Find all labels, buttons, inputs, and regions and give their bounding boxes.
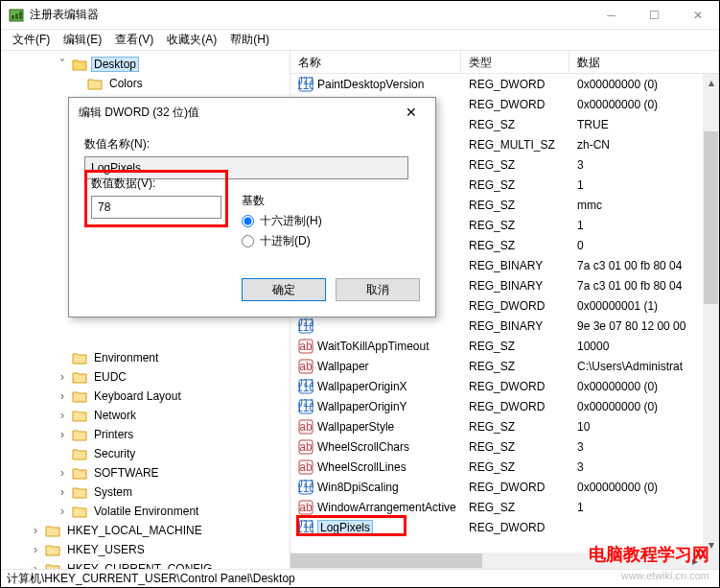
tree-item-eudc[interactable]: ›EUDC	[9, 367, 290, 387]
tree-item-hklm[interactable]: ›HKEY_LOCAL_MACHINE	[9, 521, 290, 540]
watermark-text: 电脑教程学习网	[589, 543, 709, 566]
tree-item-security[interactable]: Security	[9, 444, 290, 463]
header-data[interactable]: 数据	[569, 51, 719, 73]
list-row[interactable]: 011110Win8DpiScalingREG_DWORD0x00000000 …	[290, 477, 719, 497]
tree-item-system[interactable]: ›System	[9, 482, 290, 502]
svg-text:110: 110	[298, 381, 314, 394]
list-row[interactable]: abWindowArrangementActiveREG_SZ1	[290, 497, 719, 517]
list-row[interactable]: abWallpaperREG_SZC:\Users\Administrat	[290, 356, 719, 376]
list-row[interactable]: 011110PaintDesktopVersionREG_DWORD0x0000…	[290, 74, 719, 94]
folder-icon	[45, 524, 60, 537]
folder-icon	[72, 485, 87, 499]
radio-dec-input[interactable]	[242, 235, 254, 247]
expand-icon[interactable]: ›	[30, 562, 41, 569]
list-row[interactable]: 011110WallpaperOriginXREG_DWORD0x0000000…	[290, 376, 719, 396]
tree-item-volatile[interactable]: ›Volatile Environment	[9, 502, 290, 521]
dialog-titlebar[interactable]: 编辑 DWORD (32 位)值 ✕	[69, 98, 435, 127]
header-type[interactable]: 类型	[461, 51, 569, 73]
close-button[interactable]: ✕	[676, 1, 719, 30]
menu-favorites[interactable]: 收藏夹(A)	[161, 30, 222, 50]
scroll-up-icon[interactable]: ▴	[703, 74, 719, 90]
tree-item-env[interactable]: Environment	[9, 348, 290, 367]
maximize-button[interactable]: ☐	[633, 1, 676, 30]
value-data: 0x00000000 (0)	[569, 78, 719, 91]
value-data: 0x00000001 (1)	[569, 299, 719, 313]
tree-item-desktop[interactable]: ˅ Desktop	[9, 55, 290, 74]
value-type: REG_SZ	[461, 460, 569, 474]
list-row[interactable]: 011110REG_BINARY9e 3e 07 80 12 00 00	[290, 316, 719, 336]
scroll-thumb[interactable]	[704, 131, 718, 304]
expand-icon[interactable]: ›	[57, 370, 68, 384]
vertical-scrollbar[interactable]: ▴ ▾	[703, 74, 719, 569]
svg-text:ab: ab	[299, 501, 313, 514]
folder-icon	[87, 77, 103, 90]
svg-text:110: 110	[298, 522, 314, 535]
value-data: 9e 3e 07 80 12 00 00	[569, 319, 719, 333]
value-type: REG_SZ	[461, 440, 569, 454]
folder-icon	[72, 389, 87, 403]
tree-item-hku[interactable]: ›HKEY_USERS	[9, 540, 290, 559]
folder-icon	[72, 428, 87, 441]
menu-edit[interactable]: 编辑(E)	[58, 30, 107, 50]
list-row[interactable]: 011110WallpaperOriginYREG_DWORD0x0000000…	[290, 396, 719, 416]
tree-item-colors[interactable]: Colors	[9, 74, 290, 93]
expand-icon[interactable]: ›	[30, 524, 41, 537]
radio-dec[interactable]: 十进制(D)	[242, 233, 322, 249]
value-data: 1	[569, 178, 719, 192]
list-row[interactable]: abWheelScrollCharsREG_SZ3	[290, 436, 719, 457]
header-name[interactable]: 名称	[290, 51, 461, 73]
collapse-icon[interactable]: ˅	[57, 58, 68, 71]
expand-icon[interactable]: ›	[57, 389, 68, 403]
expand-icon[interactable]: ›	[57, 409, 68, 422]
value-type: REG_DWORD	[461, 521, 569, 534]
radio-hex-input[interactable]	[242, 215, 254, 227]
tree-item-network[interactable]: ›Network	[9, 406, 290, 425]
cancel-button[interactable]: 取消	[336, 278, 420, 301]
svg-text:ab: ab	[299, 460, 313, 474]
value-type: REG_SZ	[461, 158, 569, 172]
list-row[interactable]: abWallpaperStyleREG_SZ10	[290, 416, 719, 436]
tree-item-printers[interactable]: ›Printers	[9, 425, 290, 444]
value-data-input[interactable]	[91, 196, 221, 219]
value-name: WheelScrollLines	[317, 460, 406, 474]
value-name: PaintDesktopVersion	[317, 78, 424, 91]
menu-view[interactable]: 查看(V)	[109, 30, 159, 50]
list-row[interactable]: abWheelScrollLinesREG_SZ3	[290, 457, 719, 477]
folder-icon	[45, 543, 60, 556]
value-type: REG_BINARY	[461, 319, 569, 333]
value-data: 7a c3 01 00 fb 80 04	[569, 279, 719, 293]
folder-icon	[72, 447, 87, 460]
value-name: WallpaperStyle	[317, 420, 394, 434]
expand-icon[interactable]: ›	[57, 505, 68, 518]
expand-icon[interactable]: ›	[57, 466, 68, 480]
value-data: 3	[569, 440, 719, 454]
folder-icon	[72, 351, 87, 365]
ok-button[interactable]: 确定	[242, 278, 326, 301]
value-name: LogPixels	[317, 520, 373, 535]
value-name-label: 数值名称(N):	[84, 136, 420, 153]
radio-hex[interactable]: 十六进制(H)	[242, 213, 322, 229]
folder-icon	[72, 505, 87, 518]
menu-file[interactable]: 文件(F)	[7, 30, 56, 50]
value-type: REG_SZ	[461, 340, 569, 353]
expand-icon[interactable]: ›	[30, 543, 41, 556]
svg-text:ab: ab	[299, 440, 313, 454]
menu-help[interactable]: 帮助(H)	[224, 30, 275, 50]
tree-item-keyboard[interactable]: ›Keyboard Layout	[9, 387, 290, 406]
watermark-url: www.etwiki.cn.com	[621, 570, 709, 581]
svg-text:110: 110	[298, 401, 314, 414]
dialog-close-button[interactable]: ✕	[397, 105, 426, 120]
tree-item-hkcc[interactable]: ›HKEY_CURRENT_CONFIG	[9, 559, 290, 569]
value-type: REG_SZ	[461, 360, 569, 373]
svg-text:110: 110	[298, 320, 314, 334]
minimize-button[interactable]: ─	[590, 1, 633, 30]
app-icon	[9, 8, 24, 23]
list-row[interactable]: 011110LogPixelsREG_DWORD	[290, 517, 719, 537]
dialog-title: 编辑 DWORD (32 位)值	[79, 105, 397, 121]
expand-icon[interactable]: ›	[57, 428, 68, 441]
scroll-thumb-h[interactable]	[290, 553, 482, 568]
tree-item-software[interactable]: ›SOFTWARE	[9, 463, 290, 482]
list-row[interactable]: abWaitToKillAppTimeoutREG_SZ10000	[290, 336, 719, 356]
expand-icon[interactable]: ›	[57, 485, 68, 499]
value-name: WallpaperOriginX	[317, 380, 407, 393]
